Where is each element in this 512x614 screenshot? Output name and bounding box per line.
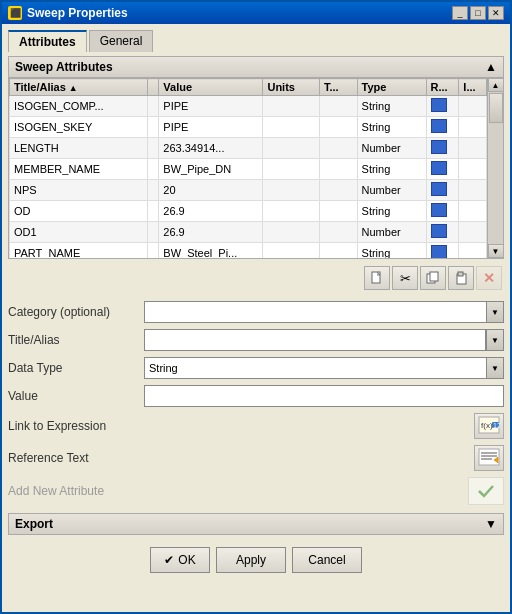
cell-units	[263, 159, 319, 180]
value-row: Value	[8, 385, 504, 407]
delete-button[interactable]: ✕	[476, 266, 502, 290]
close-button[interactable]: ✕	[488, 6, 504, 20]
ok-label: OK	[178, 553, 195, 567]
data-type-select-wrapper: String Number Boolean ▼	[144, 357, 504, 379]
title-alias-input[interactable]	[144, 329, 486, 351]
table-area: Title/Alias ▲ Value Units T... Type R...…	[9, 78, 503, 258]
cell-value: 20	[159, 180, 263, 201]
title-buttons: _ □ ✕	[452, 6, 504, 20]
save-icon	[431, 119, 447, 133]
maximize-button[interactable]: □	[470, 6, 486, 20]
cell-value: PIPE	[159, 96, 263, 117]
export-expand-icon[interactable]: ▼	[485, 517, 497, 531]
col-header-units[interactable]: Units	[263, 79, 319, 96]
save-icon	[431, 161, 447, 175]
link-expression-button[interactable]: f(x) 12	[474, 413, 504, 439]
data-type-label: Data Type	[8, 361, 138, 375]
cell-type: Number	[357, 138, 426, 159]
ok-button[interactable]: ✔ OK	[150, 547, 210, 573]
cell-indent	[148, 117, 159, 138]
add-attribute-button[interactable]	[468, 477, 504, 505]
paste-button[interactable]	[448, 266, 474, 290]
col-header-i[interactable]: I...	[459, 79, 487, 96]
cell-units	[263, 117, 319, 138]
table-row[interactable]: OD 26.9 String	[10, 201, 487, 222]
category-select[interactable]	[144, 301, 504, 323]
category-select-wrapper: ▼	[144, 301, 504, 323]
copy-button[interactable]	[420, 266, 446, 290]
cell-units	[263, 243, 319, 259]
cell-type: String	[357, 159, 426, 180]
title-bar: ⬛ Sweep Properties _ □ ✕	[2, 2, 510, 24]
cell-value: 263.34914...	[159, 138, 263, 159]
bottom-bar: ✔ OK Apply Cancel	[8, 539, 504, 581]
cell-r	[426, 117, 459, 138]
svg-rect-4	[458, 272, 463, 276]
scroll-up-btn[interactable]: ▲	[488, 78, 504, 92]
value-input[interactable]	[144, 385, 504, 407]
cell-type: String	[357, 201, 426, 222]
sweep-properties-window: ⬛ Sweep Properties _ □ ✕ Attributes Gene…	[0, 0, 512, 614]
window-content: Attributes General Sweep Attributes ▲ Ti…	[2, 24, 510, 612]
cell-t	[319, 222, 357, 243]
cancel-label: Cancel	[308, 553, 345, 567]
table-row[interactable]: LENGTH 263.34914... Number	[10, 138, 487, 159]
attributes-table: Title/Alias ▲ Value Units T... Type R...…	[9, 78, 487, 258]
col-header-type[interactable]: Type	[357, 79, 426, 96]
cell-type: String	[357, 243, 426, 259]
window-icon: ⬛	[8, 6, 22, 20]
cell-t	[319, 96, 357, 117]
cell-t	[319, 180, 357, 201]
col-header-r[interactable]: R...	[426, 79, 459, 96]
cell-value: BW_Pipe_DN	[159, 159, 263, 180]
paste-icon	[454, 271, 468, 285]
table-row[interactable]: MEMBER_NAME BW_Pipe_DN String	[10, 159, 487, 180]
table-row[interactable]: OD1 26.9 Number	[10, 222, 487, 243]
cell-i	[459, 201, 487, 222]
cell-units	[263, 201, 319, 222]
svg-rect-2	[430, 272, 438, 281]
new-button[interactable]	[364, 266, 390, 290]
cell-i	[459, 117, 487, 138]
table-row[interactable]: ISOGEN_COMP... PIPE String	[10, 96, 487, 117]
vertical-scrollbar[interactable]: ▲ ▼	[487, 78, 503, 258]
cell-units	[263, 180, 319, 201]
col-header-t[interactable]: T...	[319, 79, 357, 96]
cell-value: BW_Steel_Pi...	[159, 243, 263, 259]
apply-button[interactable]: Apply	[216, 547, 286, 573]
tab-attributes[interactable]: Attributes	[8, 30, 87, 52]
link-expression-label: Link to Expression	[8, 419, 138, 433]
minimize-button[interactable]: _	[452, 6, 468, 20]
cell-units	[263, 96, 319, 117]
cell-units	[263, 222, 319, 243]
export-label: Export	[15, 517, 53, 531]
save-icon	[431, 245, 447, 258]
cell-title: OD1	[10, 222, 148, 243]
data-type-select[interactable]: String Number Boolean	[144, 357, 504, 379]
reference-text-button[interactable]	[474, 445, 504, 471]
title-alias-label: Title/Alias	[8, 333, 138, 347]
form-area: Category (optional) ▼ Title/Alias ▼ Da	[8, 297, 504, 509]
table-row[interactable]: NPS 20 Number	[10, 180, 487, 201]
title-bar-left: ⬛ Sweep Properties	[8, 6, 128, 20]
tab-general[interactable]: General	[89, 30, 154, 52]
cell-units	[263, 138, 319, 159]
cell-i	[459, 180, 487, 201]
cell-r	[426, 222, 459, 243]
link-expression-row: Link to Expression f(x) 12	[8, 413, 504, 439]
section-header: Sweep Attributes ▲	[9, 57, 503, 78]
cancel-button[interactable]: Cancel	[292, 547, 362, 573]
add-attribute-label: Add New Attribute	[8, 484, 138, 498]
table-row[interactable]: ISOGEN_SKEY PIPE String	[10, 117, 487, 138]
cell-t	[319, 243, 357, 259]
add-attribute-row: Add New Attribute	[8, 477, 504, 505]
col-header-value[interactable]: Value	[159, 79, 263, 96]
scroll-down-btn[interactable]: ▼	[488, 244, 504, 258]
copy-icon	[426, 271, 440, 285]
scroll-thumb[interactable]	[489, 93, 503, 123]
table-row[interactable]: PART_NAME BW_Steel_Pi... String	[10, 243, 487, 259]
cell-i	[459, 243, 487, 259]
cell-t	[319, 159, 357, 180]
col-header-title[interactable]: Title/Alias ▲	[10, 79, 148, 96]
cut-button[interactable]: ✂	[392, 266, 418, 290]
